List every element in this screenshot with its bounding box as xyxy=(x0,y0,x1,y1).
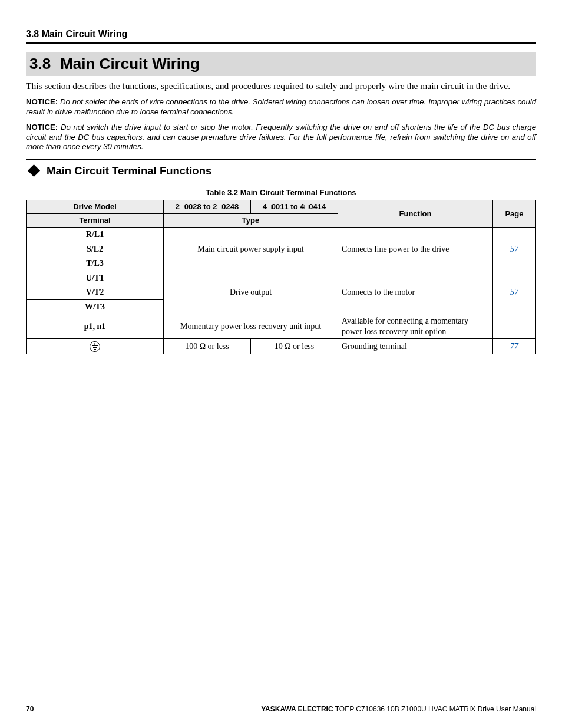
cell-function: Connects line power to the drive xyxy=(338,228,493,271)
notice-2-text: Do not switch the drive input to start o… xyxy=(26,123,536,151)
intro-paragraph: This section describes the functions, sp… xyxy=(26,81,536,92)
th-type: Type xyxy=(164,214,338,228)
section-title-text: Main Circuit Wiring xyxy=(60,55,200,73)
section-number: 3.8 xyxy=(29,54,51,74)
notice-2: NOTICE: Do not switch the drive input to… xyxy=(26,123,536,152)
table-row: R/L1 Main circuit power supply input Con… xyxy=(27,228,536,242)
ground-icon xyxy=(90,341,100,352)
cell-terminal: T/L3 xyxy=(27,256,164,271)
cell-terminal: p1, n1 xyxy=(27,314,164,339)
cell-terminal: V/T2 xyxy=(27,285,164,300)
cell-terminal: R/L1 xyxy=(27,228,164,242)
th-model-a: 2□0028 to 2□0248 xyxy=(164,200,251,213)
cell-terminal: W/T3 xyxy=(27,299,164,314)
cell-function: Available for connecting a momentary pow… xyxy=(338,314,493,339)
sub-heading: Main Circuit Terminal Functions xyxy=(26,164,536,177)
cell-page-link[interactable]: 77 xyxy=(493,339,536,354)
notice-label: NOTICE: xyxy=(26,123,58,131)
terminal-functions-table: Drive Model 2□0028 to 2□0248 4□0011 to 4… xyxy=(26,200,536,354)
divider xyxy=(26,159,536,160)
table-header-row: Drive Model 2□0028 to 2□0248 4□0011 to 4… xyxy=(27,200,536,213)
th-drive-model: Drive Model xyxy=(27,200,164,213)
cell-terminal-ground xyxy=(27,339,164,354)
section-title: 3.8Main Circuit Wiring xyxy=(26,52,536,76)
notice-1: NOTICE: Do not solder the ends of wire c… xyxy=(26,97,536,117)
cell-type: Momentary power loss recovery unit input xyxy=(164,314,338,339)
cell-function: Connects to the motor xyxy=(338,271,493,314)
diamond-icon xyxy=(28,164,40,177)
cell-function: Grounding terminal xyxy=(338,339,493,354)
cell-page-link[interactable]: 57 xyxy=(493,228,536,271)
table-caption: Table 3.2 Main Circuit Terminal Function… xyxy=(26,188,536,197)
cell-type: Main circuit power supply input xyxy=(164,228,338,271)
th-terminal: Terminal xyxy=(27,214,164,228)
table-row: p1, n1 Momentary power loss recovery uni… xyxy=(27,314,536,339)
cell-terminal: U/T1 xyxy=(27,271,164,285)
cell-type: 100 Ω or less xyxy=(164,339,251,354)
cell-type: Drive output xyxy=(164,271,338,314)
cell-page: – xyxy=(493,314,536,339)
table-row: 100 Ω or less 10 Ω or less Grounding ter… xyxy=(27,339,536,354)
sub-heading-text: Main Circuit Terminal Functions xyxy=(47,164,211,177)
cell-type: 10 Ω or less xyxy=(251,339,338,354)
th-page: Page xyxy=(493,200,536,228)
th-model-b: 4□0011 to 4□0414 xyxy=(251,200,338,213)
table-row: U/T1 Drive output Connects to the motor … xyxy=(27,271,536,285)
th-function: Function xyxy=(338,200,493,228)
page-header-section-label: 3.8 Main Circuit Wiring xyxy=(26,28,536,44)
notice-1-text: Do not solder the ends of wire connectio… xyxy=(26,97,536,116)
cell-terminal: S/L2 xyxy=(27,242,164,256)
cell-page-link[interactable]: 57 xyxy=(493,271,536,314)
notice-label: NOTICE: xyxy=(26,97,58,106)
